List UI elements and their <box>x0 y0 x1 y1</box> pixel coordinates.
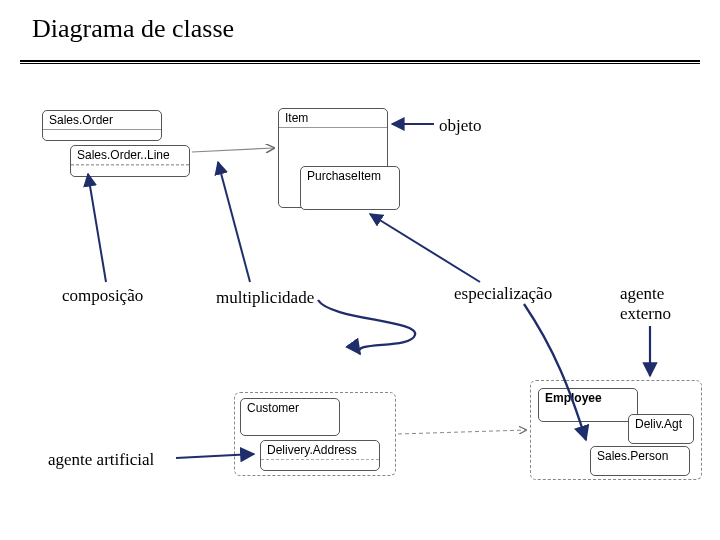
svg-line-3 <box>218 162 250 282</box>
class-header: PurchaseItem <box>301 167 399 185</box>
class-header: Sales.Order..Line <box>71 146 189 165</box>
annotation-composicao: composição <box>62 286 143 306</box>
annotation-agente-artificial: agente artificial <box>48 450 154 470</box>
class-customer: Customer <box>240 398 340 436</box>
annotation-especializacao: especialização <box>454 284 552 304</box>
class-sales-order-line: Sales.Order..Line <box>70 145 190 177</box>
class-header: Deliv.Agt <box>629 415 693 433</box>
annotation-agente-externo: agente externo <box>620 284 671 324</box>
class-header: Delivery.Address <box>261 441 379 460</box>
class-employee: Employee <box>538 388 638 422</box>
svg-line-7 <box>398 430 526 434</box>
annotation-multiplicidade: multiplicidade <box>216 288 314 308</box>
title-rule <box>20 60 700 62</box>
class-header: Employee <box>539 389 637 407</box>
class-header: Customer <box>241 399 339 417</box>
svg-line-1 <box>192 148 274 152</box>
slide: Diagrama de classe Sales.Order Sales.Ord… <box>0 0 720 540</box>
class-purchase-item: PurchaseItem <box>300 166 400 210</box>
class-sales-order: Sales.Order <box>42 110 162 141</box>
svg-line-4 <box>370 214 480 282</box>
class-deliv-agt: Deliv.Agt <box>628 414 694 444</box>
class-delivery-address: Delivery.Address <box>260 440 380 471</box>
svg-line-2 <box>88 174 106 282</box>
annotation-objeto: objeto <box>439 116 482 136</box>
class-header: Item <box>279 109 387 128</box>
class-header: Sales.Order <box>43 111 161 130</box>
class-header: Sales.Person <box>591 447 689 465</box>
page-title: Diagrama de classe <box>32 14 234 44</box>
class-sales-person: Sales.Person <box>590 446 690 476</box>
title-rule-thin <box>20 63 700 64</box>
